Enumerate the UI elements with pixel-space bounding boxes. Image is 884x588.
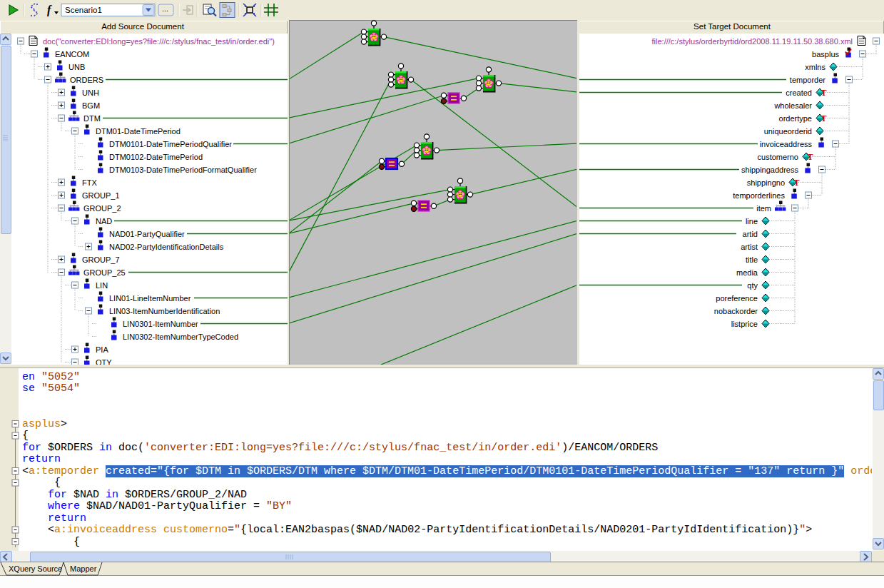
svg-text:LIN0302-ItemNumberTypeCoded: LIN0302-ItemNumberTypeCoded — [123, 333, 238, 341]
svg-text:...: ... — [162, 4, 168, 13]
svg-text:LIN01-LineItemNumber: LIN01-LineItemNumber — [109, 294, 191, 303]
svg-text:GROUP_7: GROUP_7 — [82, 255, 120, 264]
svg-text:T: T — [821, 88, 827, 98]
svg-text:UNB: UNB — [68, 63, 85, 71]
svg-text:item: item — [756, 204, 771, 213]
svg-text:xmlns: xmlns — [805, 63, 825, 71]
svg-text:shippingaddress: shippingaddress — [741, 166, 799, 174]
svg-text:GROUP_1: GROUP_1 — [82, 191, 120, 200]
svg-text:LIN: LIN — [96, 281, 108, 290]
svg-text:file:///c:/stylus/orderbyrtid/: file:///c:/stylus/orderbyrtid/ord2008.11… — [652, 37, 853, 46]
svg-text:XQuery Source: XQuery Source — [9, 564, 62, 573]
svg-text:GROUP_2: GROUP_2 — [83, 204, 121, 213]
svg-text:PIA: PIA — [96, 345, 108, 354]
svg-text:LIN0301-ItemNumber: LIN0301-ItemNumber — [123, 320, 198, 328]
svg-text:basplus: basplus — [812, 50, 839, 59]
svg-text:invoiceaddress: invoiceaddress — [760, 140, 813, 148]
svg-text:EANCOM: EANCOM — [55, 50, 89, 59]
svg-text:FTX: FTX — [82, 178, 97, 187]
svg-text:wholesaler: wholesaler — [773, 101, 812, 110]
svg-text:Mapper: Mapper — [70, 564, 97, 573]
svg-text:DTM: DTM — [83, 114, 101, 123]
svg-text:ordertype: ordertype — [779, 114, 812, 123]
svg-text:shippingno: shippingno — [747, 178, 785, 187]
svg-text:DTM0102-DateTimePeriod: DTM0102-DateTimePeriod — [109, 153, 203, 161]
svg-text:QTY: QTY — [96, 358, 112, 365]
svg-text:NAD01-PartyQualifier: NAD01-PartyQualifier — [109, 230, 185, 238]
svg-text:media: media — [736, 268, 758, 277]
svg-text:qty: qty — [747, 281, 758, 290]
svg-text:artist: artist — [741, 243, 758, 251]
svg-text:BGM: BGM — [82, 101, 100, 110]
svg-text:Scenario1: Scenario1 — [65, 6, 102, 14]
svg-text:temporderlines: temporderlines — [733, 191, 785, 200]
svg-text:created: created — [786, 88, 812, 97]
svg-text:title: title — [746, 255, 758, 264]
svg-text:DTM0103-DateTimePeriodFormatQu: DTM0103-DateTimePeriodFormatQualifier — [109, 166, 257, 174]
svg-text:DTM01-DateTimePeriod: DTM01-DateTimePeriod — [96, 127, 181, 136]
svg-text:NAD: NAD — [96, 217, 112, 225]
svg-text:doc("converter:EDI:long=yes?fi: doc("converter:EDI:long=yes?file:///c:/s… — [43, 37, 275, 46]
svg-text:artid: artid — [743, 230, 758, 238]
svg-text:temporder: temporder — [790, 76, 825, 84]
svg-text:uniqueorderid: uniqueorderid — [764, 127, 812, 136]
svg-text:T: T — [821, 113, 827, 123]
svg-text:DTM0101-DateTimePeriodQualifie: DTM0101-DateTimePeriodQualifier — [109, 140, 232, 148]
svg-text:T: T — [794, 178, 800, 188]
svg-text:nobackorder: nobackorder — [714, 307, 758, 315]
svg-text:LIN03-ItemNumberIdentification: LIN03-ItemNumberIdentification — [109, 307, 220, 315]
svg-text:UNH: UNH — [82, 88, 99, 97]
svg-text:NAD02-PartyIdentificationDetai: NAD02-PartyIdentificationDetails — [109, 243, 224, 251]
svg-text:T: T — [808, 152, 813, 162]
svg-text:ORDERS: ORDERS — [70, 76, 103, 84]
svg-text:GROUP_25: GROUP_25 — [83, 268, 126, 277]
svg-text:listprice: listprice — [731, 320, 758, 328]
svg-text:poreference: poreference — [716, 294, 758, 303]
svg-text:line: line — [746, 217, 758, 225]
svg-text:customerno: customerno — [758, 153, 798, 161]
